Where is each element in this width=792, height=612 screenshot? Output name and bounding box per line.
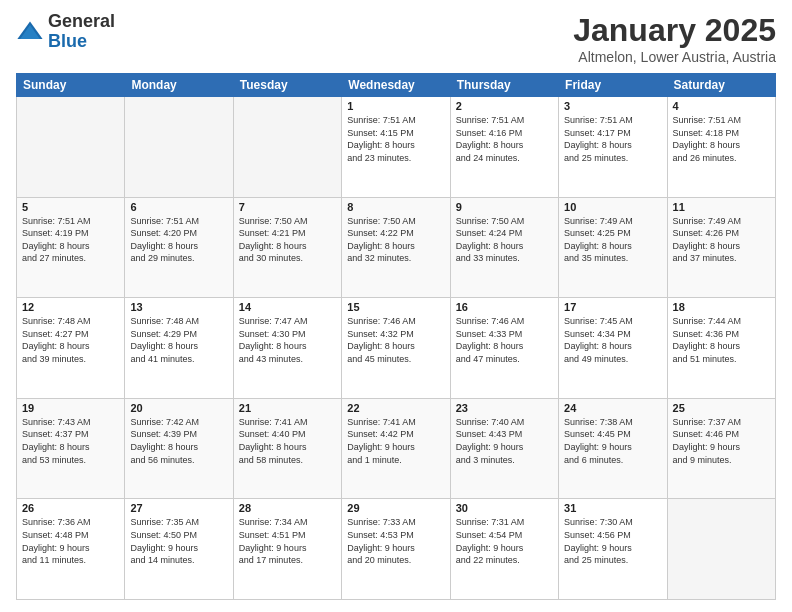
day-number: 9: [456, 201, 553, 213]
table-row: 15Sunrise: 7:46 AM Sunset: 4:32 PM Dayli…: [342, 298, 450, 399]
table-row: 29Sunrise: 7:33 AM Sunset: 4:53 PM Dayli…: [342, 499, 450, 600]
table-row: 6Sunrise: 7:51 AM Sunset: 4:20 PM Daylig…: [125, 197, 233, 298]
calendar-week-row: 5Sunrise: 7:51 AM Sunset: 4:19 PM Daylig…: [17, 197, 776, 298]
table-row: 31Sunrise: 7:30 AM Sunset: 4:56 PM Dayli…: [559, 499, 667, 600]
day-number: 10: [564, 201, 661, 213]
table-row: 9Sunrise: 7:50 AM Sunset: 4:24 PM Daylig…: [450, 197, 558, 298]
day-number: 21: [239, 402, 336, 414]
page: General Blue January 2025 Altmelon, Lowe…: [0, 0, 792, 612]
day-info: Sunrise: 7:49 AM Sunset: 4:25 PM Dayligh…: [564, 215, 661, 265]
logo-icon: [16, 18, 44, 46]
table-row: 1Sunrise: 7:51 AM Sunset: 4:15 PM Daylig…: [342, 97, 450, 198]
table-row: 2Sunrise: 7:51 AM Sunset: 4:16 PM Daylig…: [450, 97, 558, 198]
day-info: Sunrise: 7:50 AM Sunset: 4:21 PM Dayligh…: [239, 215, 336, 265]
day-number: 14: [239, 301, 336, 313]
day-number: 2: [456, 100, 553, 112]
table-row: [233, 97, 341, 198]
day-number: 28: [239, 502, 336, 514]
day-info: Sunrise: 7:50 AM Sunset: 4:24 PM Dayligh…: [456, 215, 553, 265]
table-row: 4Sunrise: 7:51 AM Sunset: 4:18 PM Daylig…: [667, 97, 775, 198]
col-monday: Monday: [125, 74, 233, 97]
table-row: 5Sunrise: 7:51 AM Sunset: 4:19 PM Daylig…: [17, 197, 125, 298]
day-info: Sunrise: 7:46 AM Sunset: 4:32 PM Dayligh…: [347, 315, 444, 365]
table-row: 3Sunrise: 7:51 AM Sunset: 4:17 PM Daylig…: [559, 97, 667, 198]
day-info: Sunrise: 7:40 AM Sunset: 4:43 PM Dayligh…: [456, 416, 553, 466]
day-info: Sunrise: 7:47 AM Sunset: 4:30 PM Dayligh…: [239, 315, 336, 365]
day-info: Sunrise: 7:45 AM Sunset: 4:34 PM Dayligh…: [564, 315, 661, 365]
day-number: 26: [22, 502, 119, 514]
month-title: January 2025: [573, 12, 776, 49]
logo-general-text: General: [48, 12, 115, 32]
day-number: 11: [673, 201, 770, 213]
day-number: 4: [673, 100, 770, 112]
table-row: [125, 97, 233, 198]
table-row: 8Sunrise: 7:50 AM Sunset: 4:22 PM Daylig…: [342, 197, 450, 298]
location: Altmelon, Lower Austria, Austria: [573, 49, 776, 65]
day-info: Sunrise: 7:35 AM Sunset: 4:50 PM Dayligh…: [130, 516, 227, 566]
day-info: Sunrise: 7:51 AM Sunset: 4:20 PM Dayligh…: [130, 215, 227, 265]
day-number: 20: [130, 402, 227, 414]
day-info: Sunrise: 7:38 AM Sunset: 4:45 PM Dayligh…: [564, 416, 661, 466]
col-thursday: Thursday: [450, 74, 558, 97]
day-info: Sunrise: 7:43 AM Sunset: 4:37 PM Dayligh…: [22, 416, 119, 466]
day-info: Sunrise: 7:51 AM Sunset: 4:19 PM Dayligh…: [22, 215, 119, 265]
table-row: 24Sunrise: 7:38 AM Sunset: 4:45 PM Dayli…: [559, 398, 667, 499]
day-info: Sunrise: 7:36 AM Sunset: 4:48 PM Dayligh…: [22, 516, 119, 566]
day-number: 23: [456, 402, 553, 414]
day-info: Sunrise: 7:49 AM Sunset: 4:26 PM Dayligh…: [673, 215, 770, 265]
table-row: 14Sunrise: 7:47 AM Sunset: 4:30 PM Dayli…: [233, 298, 341, 399]
day-info: Sunrise: 7:31 AM Sunset: 4:54 PM Dayligh…: [456, 516, 553, 566]
day-number: 7: [239, 201, 336, 213]
col-tuesday: Tuesday: [233, 74, 341, 97]
logo-text: General Blue: [48, 12, 115, 52]
col-friday: Friday: [559, 74, 667, 97]
table-row: 27Sunrise: 7:35 AM Sunset: 4:50 PM Dayli…: [125, 499, 233, 600]
col-wednesday: Wednesday: [342, 74, 450, 97]
table-row: 13Sunrise: 7:48 AM Sunset: 4:29 PM Dayli…: [125, 298, 233, 399]
calendar-header-row: Sunday Monday Tuesday Wednesday Thursday…: [17, 74, 776, 97]
table-row: 19Sunrise: 7:43 AM Sunset: 4:37 PM Dayli…: [17, 398, 125, 499]
day-number: 13: [130, 301, 227, 313]
day-info: Sunrise: 7:48 AM Sunset: 4:29 PM Dayligh…: [130, 315, 227, 365]
table-row: 20Sunrise: 7:42 AM Sunset: 4:39 PM Dayli…: [125, 398, 233, 499]
day-number: 8: [347, 201, 444, 213]
day-info: Sunrise: 7:51 AM Sunset: 4:17 PM Dayligh…: [564, 114, 661, 164]
day-info: Sunrise: 7:51 AM Sunset: 4:16 PM Dayligh…: [456, 114, 553, 164]
day-info: Sunrise: 7:37 AM Sunset: 4:46 PM Dayligh…: [673, 416, 770, 466]
table-row: 28Sunrise: 7:34 AM Sunset: 4:51 PM Dayli…: [233, 499, 341, 600]
day-number: 19: [22, 402, 119, 414]
calendar-week-row: 19Sunrise: 7:43 AM Sunset: 4:37 PM Dayli…: [17, 398, 776, 499]
day-number: 5: [22, 201, 119, 213]
logo: General Blue: [16, 12, 115, 52]
day-number: 15: [347, 301, 444, 313]
day-number: 24: [564, 402, 661, 414]
day-number: 3: [564, 100, 661, 112]
table-row: 18Sunrise: 7:44 AM Sunset: 4:36 PM Dayli…: [667, 298, 775, 399]
table-row: 11Sunrise: 7:49 AM Sunset: 4:26 PM Dayli…: [667, 197, 775, 298]
table-row: 23Sunrise: 7:40 AM Sunset: 4:43 PM Dayli…: [450, 398, 558, 499]
day-number: 12: [22, 301, 119, 313]
calendar-table: Sunday Monday Tuesday Wednesday Thursday…: [16, 73, 776, 600]
day-info: Sunrise: 7:33 AM Sunset: 4:53 PM Dayligh…: [347, 516, 444, 566]
day-number: 6: [130, 201, 227, 213]
day-number: 29: [347, 502, 444, 514]
day-info: Sunrise: 7:42 AM Sunset: 4:39 PM Dayligh…: [130, 416, 227, 466]
day-info: Sunrise: 7:51 AM Sunset: 4:15 PM Dayligh…: [347, 114, 444, 164]
day-info: Sunrise: 7:44 AM Sunset: 4:36 PM Dayligh…: [673, 315, 770, 365]
table-row: 17Sunrise: 7:45 AM Sunset: 4:34 PM Dayli…: [559, 298, 667, 399]
header: General Blue January 2025 Altmelon, Lowe…: [16, 12, 776, 65]
day-info: Sunrise: 7:46 AM Sunset: 4:33 PM Dayligh…: [456, 315, 553, 365]
day-info: Sunrise: 7:51 AM Sunset: 4:18 PM Dayligh…: [673, 114, 770, 164]
day-number: 22: [347, 402, 444, 414]
table-row: 16Sunrise: 7:46 AM Sunset: 4:33 PM Dayli…: [450, 298, 558, 399]
day-number: 31: [564, 502, 661, 514]
day-number: 30: [456, 502, 553, 514]
calendar-week-row: 12Sunrise: 7:48 AM Sunset: 4:27 PM Dayli…: [17, 298, 776, 399]
calendar-week-row: 26Sunrise: 7:36 AM Sunset: 4:48 PM Dayli…: [17, 499, 776, 600]
logo-blue-text: Blue: [48, 32, 115, 52]
day-number: 1: [347, 100, 444, 112]
table-row: 10Sunrise: 7:49 AM Sunset: 4:25 PM Dayli…: [559, 197, 667, 298]
day-number: 17: [564, 301, 661, 313]
table-row: 12Sunrise: 7:48 AM Sunset: 4:27 PM Dayli…: [17, 298, 125, 399]
day-number: 25: [673, 402, 770, 414]
